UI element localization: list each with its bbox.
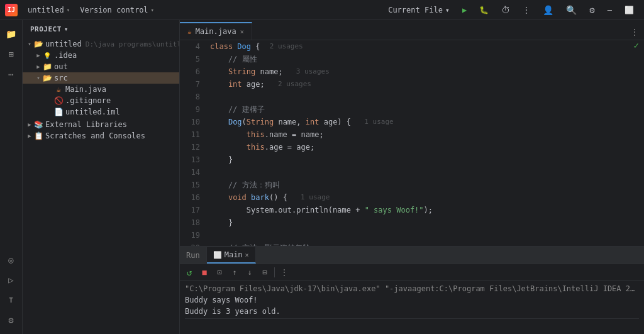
arrow-icon: ▾ <box>25 40 34 48</box>
code-editor[interactable]: 45678 910111213 1415161718 192021 class … <box>180 40 644 246</box>
title-bar: IJ untitled ▾ Version control ▾ Current … <box>0 0 644 20</box>
tool-window-icon[interactable]: T <box>3 291 20 309</box>
tree-item-iml[interactable]: ▾ 📄 untitled.iml <box>23 106 179 118</box>
folder-icon: 📁 <box>43 62 52 71</box>
profile-button[interactable]: ⏱ <box>496 3 515 18</box>
toolbar-separator <box>274 267 275 277</box>
arrow-icon: ▶ <box>25 131 34 140</box>
tree-item-scratches[interactable]: ▶ 📋 Scratches and Consoles <box>23 130 179 142</box>
project-chevron-icon: ▾ <box>67 7 70 13</box>
code-line: Dog(String name, int age) { 1 usage <box>210 116 644 128</box>
bottom-settings-icon[interactable]: ⚙ <box>3 311 20 329</box>
run-tab-label: Run <box>186 251 200 260</box>
code-content: class Dog { 2 usages // 屬性 String name; … <box>205 40 644 246</box>
bottom-panel-tabs: Run ⬜ Main × <box>180 247 644 264</box>
line-numbers: 45678 910111213 1415161718 192021 <box>180 40 205 246</box>
arrow-icon: ▾ <box>34 74 43 82</box>
src-folder-icon: 📂 <box>43 74 52 82</box>
tree-item-src[interactable]: ▾ 📂 src <box>23 72 179 84</box>
main-layout: 📁 ⊞ ⋯ ◎ ▷ T ⚙ Project ▾ ▾ 📂 untitled D:\… <box>0 20 644 334</box>
editor-tab-main-java[interactable]: ☕ Main.java × <box>180 22 252 40</box>
code-line <box>210 91 644 103</box>
main-tab-label: Main <box>225 250 243 259</box>
tree-label: untitled.iml <box>65 108 120 116</box>
main-tab-close-button[interactable]: × <box>245 252 249 259</box>
output-line-cmd: "C:\Program Files\Java\jdk-17\bin\java.e… <box>185 283 639 294</box>
project-name-label: untitled <box>28 6 64 14</box>
code-line <box>210 166 644 179</box>
tree-item-idea[interactable]: ▶ 💡 .idea <box>23 50 179 61</box>
editor-tab-menu-button[interactable]: ⋮ <box>625 25 644 40</box>
main-tab[interactable]: ⬜ Main × <box>207 247 256 264</box>
current-file-dropdown[interactable]: Current File ▾ <box>383 3 455 17</box>
bookmark-icon[interactable]: ◎ <box>3 251 20 269</box>
scroll-to-end-down-button[interactable]: ↓ <box>243 265 257 279</box>
user-button[interactable]: 👤 <box>538 3 558 18</box>
more-options-button[interactable]: ⋮ <box>277 265 291 279</box>
run-configs-icon[interactable]: ▷ <box>3 271 20 289</box>
tree-item-main-java[interactable]: ▾ ☕ Main.java <box>23 84 179 95</box>
tree-label: src <box>54 74 68 82</box>
sidebar-chevron-icon: ▾ <box>64 25 69 33</box>
scroll-to-end-up-button[interactable]: ↑ <box>228 265 242 279</box>
rerun-button[interactable]: ↺ <box>182 265 196 279</box>
arrow-icon: ▶ <box>34 62 43 71</box>
activity-bar: 📁 ⊞ ⋯ ◎ ▷ T ⚙ <box>0 20 23 334</box>
current-file-chevron-icon: ▾ <box>445 6 450 14</box>
output-line-3 <box>185 318 639 319</box>
code-line: } <box>210 216 644 229</box>
more-tools-icon[interactable]: ⋯ <box>3 65 20 83</box>
app-logo: IJ <box>5 4 18 16</box>
code-line: class Dog { 2 usages <box>210 40 644 53</box>
checkmark-icon: ✓ <box>634 40 639 50</box>
screenshot-button[interactable]: ⊡ <box>213 265 226 279</box>
output-line-1: Buddy says Woof! <box>185 294 639 306</box>
tree-item-gitignore[interactable]: ▾ 🚫 .gitignore <box>23 95 179 106</box>
settings-button[interactable]: ⚙ <box>584 3 599 18</box>
code-line: void bark() { 1 usage <box>210 191 644 204</box>
arrow-icon: ▶ <box>25 120 34 129</box>
git-file-icon: 🚫 <box>54 96 63 105</box>
spacer-icon: ▾ <box>45 85 54 94</box>
debug-button[interactable]: 🐛 <box>474 3 494 17</box>
tree-label: untitled <box>45 40 82 48</box>
sidebar-header[interactable]: Project ▾ <box>23 20 179 38</box>
filter-button[interactable]: ⊟ <box>258 265 272 279</box>
bottom-output: "C:\Program Files\Java\jdk-17\bin\java.e… <box>180 281 644 334</box>
version-control-label: Version control <box>80 6 148 14</box>
tab-label: Main.java <box>196 27 236 36</box>
tree-item-untitled[interactable]: ▾ 📂 untitled D:\java programs\untitled <box>23 38 179 50</box>
run-tab[interactable]: Run <box>180 247 207 264</box>
iml-file-icon: 📄 <box>54 108 63 116</box>
code-editor-wrapper: 45678 910111213 1415161718 192021 class … <box>180 40 644 246</box>
structure-icon[interactable]: ⊞ <box>3 45 20 63</box>
version-control-menu[interactable]: Version control ▾ <box>75 3 159 17</box>
tab-close-button[interactable]: × <box>240 28 244 35</box>
bottom-panel: Run ⬜ Main × ↺ ■ ⊡ ↑ ↓ ⊟ ⋮ "C:\Program F <box>180 246 644 334</box>
code-line: // 屬性 <box>210 53 644 65</box>
current-file-label: Current File <box>388 6 443 14</box>
code-line: // 建構子 <box>210 103 644 116</box>
project-name[interactable]: untitled ▾ <box>23 3 75 17</box>
ext-libs-icon: 📚 <box>34 120 43 129</box>
tree-label: Scratches and Consoles <box>45 131 145 140</box>
stop-button[interactable]: ■ <box>197 265 211 279</box>
folder-icon[interactable]: 📁 <box>3 25 20 43</box>
activity-bar-bottom: ◎ ▷ T ⚙ <box>3 251 20 329</box>
title-controls: Current File ▾ ▶ 🐛 ⏱ ⋮ 👤 🔍 ⚙ — ⬜ <box>383 3 639 18</box>
search-button[interactable]: 🔍 <box>561 3 582 18</box>
tree-item-out[interactable]: ▶ 📁 out <box>23 61 179 72</box>
tree-item-ext-libs[interactable]: ▶ 📚 External Libraries <box>23 119 179 130</box>
tree-label: .idea <box>54 51 77 60</box>
more-button[interactable]: ⋮ <box>518 3 535 17</box>
run-button[interactable]: ▶ <box>457 3 472 17</box>
java-file-icon: ☕ <box>54 85 63 94</box>
code-line: this.age = age; <box>210 141 644 153</box>
code-line: // 方法：顯示狗的年齡 <box>210 242 644 246</box>
maximize-button[interactable]: ⬜ <box>619 3 639 17</box>
tree-label: Main.java <box>65 85 106 94</box>
scratches-icon: 📋 <box>34 131 43 140</box>
sidebar-title: Project <box>30 25 62 33</box>
minimize-button[interactable]: — <box>602 3 617 17</box>
output-line-2: Buddy is 3 years old. <box>185 306 639 317</box>
